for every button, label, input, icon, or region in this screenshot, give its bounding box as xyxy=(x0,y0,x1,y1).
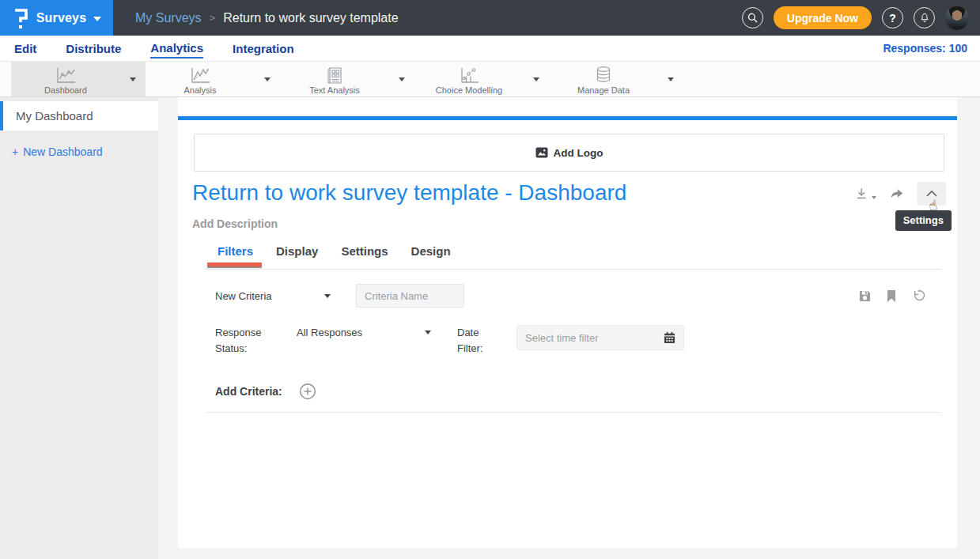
toolbar-item-analysis[interactable]: Analysis xyxy=(146,62,255,96)
nav-item-analytics[interactable]: Analytics xyxy=(150,38,203,59)
collapse-settings-button[interactable] xyxy=(917,182,946,206)
toolbar-dropdown-analysis[interactable] xyxy=(255,62,280,96)
new-dashboard-label: New Dashboard xyxy=(23,145,102,158)
filter-fields-row: Response Status: All Responses Date Filt… xyxy=(215,325,684,357)
settings-tabs: Filters Display Settings Design xyxy=(218,244,474,265)
plus-circle-icon xyxy=(299,383,316,400)
toolbar-dropdown-dashboard[interactable] xyxy=(120,62,146,96)
chevron-down-icon xyxy=(872,196,876,199)
breadcrumb: My Surveys > Return to work survey templ… xyxy=(135,11,399,25)
toolbar-label: Choice Modelling xyxy=(436,85,502,95)
toolbar-item-dashboard[interactable]: Dashboard xyxy=(11,62,120,96)
toolbar-item-text-analysis[interactable]: Text Analysis xyxy=(280,62,389,96)
response-status-value: All Responses xyxy=(297,327,362,338)
date-filter-input[interactable]: Select time filter xyxy=(516,325,684,350)
add-criteria-row: Add Criteria: xyxy=(215,383,316,400)
chevron-down-icon xyxy=(425,330,431,334)
chevron-down-icon xyxy=(533,77,539,81)
nav-item-edit[interactable]: Edit xyxy=(14,39,36,58)
chevron-down-icon xyxy=(324,294,331,298)
bell-icon xyxy=(919,12,930,24)
toolbar-dropdown-manage-data[interactable] xyxy=(658,62,683,96)
search-button[interactable] xyxy=(742,7,763,28)
breadcrumb-current-survey: Return to work survey template xyxy=(223,11,398,25)
dashboard-title[interactable]: Return to work survey template - Dashboa… xyxy=(192,180,626,206)
toolbar-group-manage-data: Manage Data xyxy=(549,62,683,96)
toolbar-item-manage-data[interactable]: Manage Data xyxy=(549,62,658,96)
toolbar-group-dashboard: Dashboard xyxy=(11,62,146,96)
help-button[interactable]: ? xyxy=(882,7,903,28)
new-dashboard-link[interactable]: + New Dashboard xyxy=(12,145,158,158)
date-filter-placeholder: Select time filter xyxy=(525,332,664,344)
top-header: Surveys My Surveys > Return to work surv… xyxy=(0,0,980,36)
nav-item-integration[interactable]: Integration xyxy=(233,39,294,58)
toolbar-label: Text Analysis xyxy=(309,85,360,95)
tab-filters[interactable]: Filters xyxy=(218,244,253,265)
nav-item-distribute[interactable]: Distribute xyxy=(66,39,121,58)
criteria-name-input[interactable] xyxy=(356,284,464,308)
add-logo-label: Add Logo xyxy=(554,147,604,159)
criteria-row: New Criteria xyxy=(215,284,925,308)
criteria-actions xyxy=(858,289,925,303)
chevron-up-icon xyxy=(925,190,938,198)
bookmark-icon xyxy=(886,289,897,303)
chevron-down-icon xyxy=(93,17,101,21)
criteria-type-select[interactable]: New Criteria xyxy=(215,290,331,302)
database-icon xyxy=(594,66,613,85)
dashboard-actions xyxy=(854,182,946,206)
toolbar-item-choice-modelling[interactable]: Choice Modelling xyxy=(414,62,524,96)
add-logo-dropzone[interactable]: Add Logo xyxy=(194,134,944,172)
notifications-button[interactable] xyxy=(914,7,935,28)
breadcrumb-separator: > xyxy=(210,12,216,24)
section-divider xyxy=(206,412,941,413)
add-criteria-button[interactable] xyxy=(299,383,316,400)
breadcrumb-my-surveys[interactable]: My Surveys xyxy=(135,11,202,25)
chevron-down-icon xyxy=(264,77,271,81)
toolbar-dropdown-text-analysis[interactable] xyxy=(389,62,414,96)
bookmark-criteria-button[interactable] xyxy=(886,289,897,303)
reset-criteria-button[interactable] xyxy=(911,289,925,303)
share-arrow-icon xyxy=(888,186,905,202)
share-button[interactable] xyxy=(888,186,905,202)
toolbar-label: Manage Data xyxy=(577,85,630,95)
plus-icon: + xyxy=(12,145,18,158)
toolbar-label: Dashboard xyxy=(44,85,87,95)
date-filter-label: Date Filter: xyxy=(457,325,497,357)
header-actions: Upgrade Now ? xyxy=(742,6,980,30)
save-criteria-button[interactable] xyxy=(858,289,872,303)
chevron-down-icon xyxy=(668,77,674,81)
calendar-icon xyxy=(664,331,675,344)
toolbar-label: Analysis xyxy=(184,85,217,95)
response-status-label: Response Status: xyxy=(215,325,274,357)
user-avatar[interactable] xyxy=(945,6,969,30)
sidebar-item-my-dashboard[interactable]: My Dashboard xyxy=(0,101,158,130)
tab-settings[interactable]: Settings xyxy=(341,244,388,265)
criteria-type-value: New Criteria xyxy=(215,290,272,302)
tab-display[interactable]: Display xyxy=(276,244,318,265)
response-status-select[interactable]: All Responses xyxy=(297,327,431,338)
questionpro-logo-icon xyxy=(12,7,29,29)
dashboard-chart-icon xyxy=(55,66,77,85)
tab-design[interactable]: Design xyxy=(411,244,451,265)
product-name: Surveys xyxy=(36,11,87,25)
search-icon xyxy=(747,12,759,24)
text-analysis-icon xyxy=(325,66,344,85)
toolbar-group-analysis: Analysis xyxy=(146,62,280,96)
settings-tooltip: Settings xyxy=(895,210,952,231)
chevron-down-icon xyxy=(130,77,136,81)
module-nav: Edit Distribute Analytics Integration Re… xyxy=(0,36,980,62)
dashboard-sidebar: My Dashboard + New Dashboard xyxy=(0,97,158,559)
dashboard-panel: Add Logo Return to work survey template … xyxy=(178,97,957,548)
download-button[interactable] xyxy=(854,186,876,202)
chevron-down-icon xyxy=(399,77,405,81)
add-description[interactable]: Add Description xyxy=(192,217,278,230)
toolbar-dropdown-choice-modelling[interactable] xyxy=(524,62,549,96)
panel-accent-bar xyxy=(178,116,957,120)
toolbar-group-choice-modelling: Choice Modelling xyxy=(414,62,549,96)
tabs-divider xyxy=(206,269,941,270)
product-switcher[interactable]: Surveys xyxy=(0,0,113,36)
upgrade-now-button[interactable]: Upgrade Now xyxy=(774,6,872,29)
toolbar-group-text-analysis: Text Analysis xyxy=(280,62,414,96)
save-icon xyxy=(858,289,872,303)
analysis-chart-icon xyxy=(189,66,211,85)
